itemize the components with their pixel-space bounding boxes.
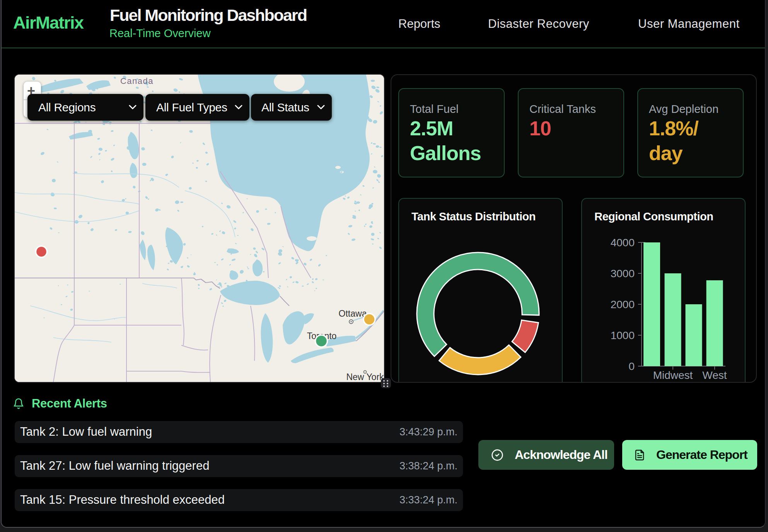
svg-text:1000: 1000 <box>611 329 635 341</box>
svg-text:0: 0 <box>628 360 635 372</box>
svg-text:4000: 4000 <box>611 237 635 249</box>
svg-text:Midwest: Midwest <box>653 369 693 381</box>
svg-text:3000: 3000 <box>611 268 635 280</box>
svg-text:Canada: Canada <box>120 76 154 86</box>
svg-text:Ottawa: Ottawa <box>339 309 367 319</box>
svg-text:West: West <box>702 369 727 381</box>
svg-text:2000: 2000 <box>611 298 635 310</box>
